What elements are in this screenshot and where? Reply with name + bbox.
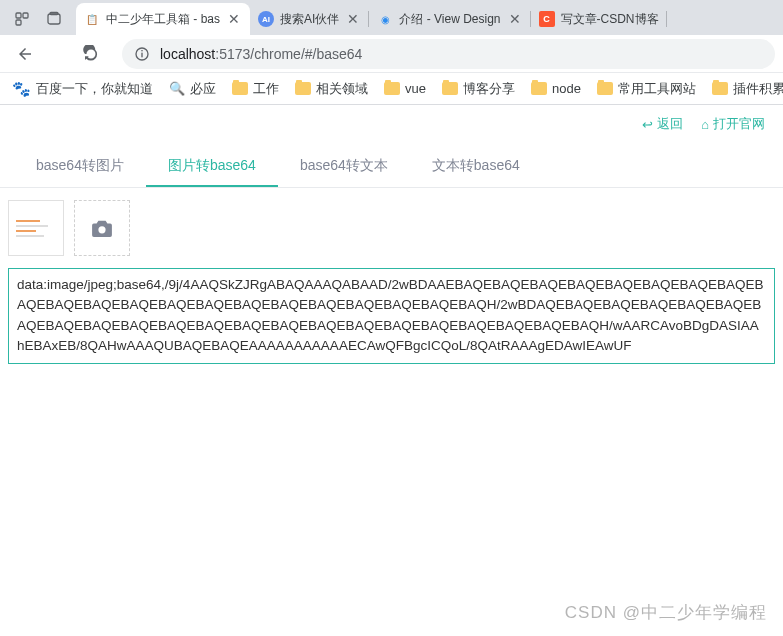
tab-view-design[interactable]: ◉ 介绍 - View Design ✕ (369, 3, 530, 35)
toolbox-favicon-icon: 📋 (84, 11, 100, 27)
tab-toolbox[interactable]: 📋 中二少年工具箱 - bas ✕ (76, 3, 250, 35)
page-top-links: ↩ 返回 ⌂ 打开官网 (642, 115, 765, 133)
reload-button[interactable] (74, 39, 108, 69)
bookmark-work[interactable]: 工作 (232, 80, 279, 98)
close-icon[interactable]: ✕ (507, 11, 523, 27)
tab-title: 中二少年工具箱 - bas (106, 11, 220, 28)
base64-output[interactable] (8, 268, 775, 364)
subtab-label: base64转文本 (300, 157, 388, 173)
bing-icon: 🔍 (169, 81, 185, 96)
back-label: 返回 (657, 115, 683, 133)
watermark-text: CSDN @中二少年学编程 (565, 601, 767, 624)
bookmark-label: node (552, 81, 581, 96)
arrow-return-icon: ↩ (642, 117, 653, 132)
output-wrapper (8, 268, 775, 368)
tab-image-to-base64[interactable]: 图片转base64 (146, 147, 278, 187)
subtab-label: base64转图片 (36, 157, 124, 173)
ai-favicon-icon: AI (258, 11, 274, 27)
close-icon[interactable]: ✕ (345, 11, 361, 27)
folder-icon (531, 82, 547, 95)
close-icon[interactable]: ✕ (226, 11, 242, 27)
info-icon (134, 46, 150, 62)
svg-rect-2 (16, 20, 21, 25)
svg-point-8 (98, 226, 105, 233)
tab-csdn[interactable]: C 写文章-CSDN博客 (531, 3, 667, 35)
browser-tab-strip: 📋 中二少年工具箱 - bas ✕ AI 搜索AI伙伴 ✕ ◉ 介绍 - Vie… (0, 0, 783, 35)
url-text: localhost:5173/chrome/#/base64 (160, 46, 362, 62)
image-row (0, 188, 783, 268)
csdn-favicon-icon: C (539, 11, 555, 27)
back-button[interactable] (8, 39, 42, 69)
svg-rect-0 (16, 13, 21, 18)
camera-icon (91, 219, 113, 237)
bookmark-vue[interactable]: vue (384, 81, 426, 96)
folder-icon (442, 82, 458, 95)
page-content: ↩ 返回 ⌂ 打开官网 base64转图片 图片转base64 base64转文… (0, 105, 783, 636)
svg-rect-6 (141, 52, 142, 57)
tab-title: 写文章-CSDN博客 (561, 11, 659, 28)
svg-rect-3 (48, 14, 60, 24)
address-bar: localhost:5173/chrome/#/base64 (0, 35, 783, 73)
bookmark-label: 必应 (190, 80, 216, 98)
bookmark-label: vue (405, 81, 426, 96)
subtab-label: 图片转base64 (168, 157, 256, 173)
svg-rect-1 (23, 13, 28, 18)
tab-list: 📋 中二少年工具箱 - bas ✕ AI 搜索AI伙伴 ✕ ◉ 介绍 - Vie… (76, 0, 783, 35)
tab-base64-to-text[interactable]: base64转文本 (278, 147, 410, 187)
tab-title: 搜索AI伙伴 (280, 11, 339, 28)
back-link[interactable]: ↩ 返回 (642, 115, 683, 133)
tab-text-to-base64[interactable]: 文本转base64 (410, 147, 542, 187)
folder-icon (712, 82, 728, 95)
url-input[interactable]: localhost:5173/chrome/#/base64 (122, 39, 775, 69)
bookmark-label: 百度一下，你就知道 (36, 80, 153, 98)
official-site-link[interactable]: ⌂ 打开官网 (701, 115, 765, 133)
view-favicon-icon: ◉ (377, 11, 393, 27)
home-icon: ⌂ (701, 117, 709, 132)
uploaded-thumbnail[interactable] (8, 200, 64, 256)
bookmark-label: 相关领域 (316, 80, 368, 98)
tab-overview-icon[interactable] (38, 3, 70, 35)
bookmark-label: 博客分享 (463, 80, 515, 98)
tab-ai-search[interactable]: AI 搜索AI伙伴 ✕ (250, 3, 369, 35)
bookmarks-bar: 🐾 百度一下，你就知道 🔍 必应 工作 相关领域 vue 博客分享 node 常… (0, 73, 783, 105)
tab-title: 介绍 - View Design (399, 11, 500, 28)
folder-icon (384, 82, 400, 95)
bookmark-tools[interactable]: 常用工具网站 (597, 80, 696, 98)
bookmark-plugins[interactable]: 插件积累 (712, 80, 783, 98)
svg-rect-7 (141, 50, 142, 51)
folder-icon (232, 82, 248, 95)
bookmark-blog[interactable]: 博客分享 (442, 80, 515, 98)
official-label: 打开官网 (713, 115, 765, 133)
bookmark-label: 工作 (253, 80, 279, 98)
bookmark-bing[interactable]: 🔍 必应 (169, 80, 216, 98)
bookmark-related[interactable]: 相关领域 (295, 80, 368, 98)
thumbnail-preview-icon (16, 220, 56, 237)
bookmark-label: 插件积累 (733, 80, 783, 98)
upload-button[interactable] (74, 200, 130, 256)
bookmark-baidu[interactable]: 🐾 百度一下，你就知道 (12, 80, 153, 98)
tab-base64-to-image[interactable]: base64转图片 (14, 147, 146, 187)
baidu-icon: 🐾 (12, 80, 31, 98)
subtab-label: 文本转base64 (432, 157, 520, 173)
folder-icon (597, 82, 613, 95)
bookmark-label: 常用工具网站 (618, 80, 696, 98)
bookmark-node[interactable]: node (531, 81, 581, 96)
workspace-icon[interactable] (6, 3, 38, 35)
folder-icon (295, 82, 311, 95)
